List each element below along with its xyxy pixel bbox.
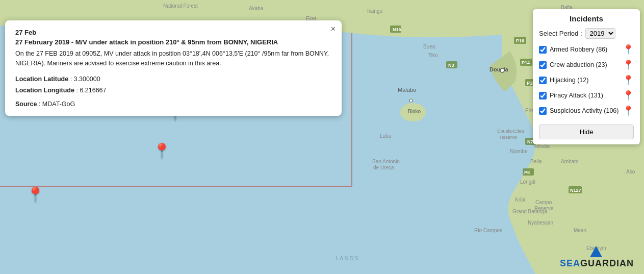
hijacking-checkbox[interactable]: [539, 77, 547, 84]
source-label: Source: [15, 101, 37, 108]
armed-robbery-label: Armed Robbery (86): [550, 46, 620, 53]
svg-text:Ambam: Ambam: [561, 159, 578, 164]
svg-text:Ikangu: Ikangu: [367, 8, 382, 14]
location-longitude-row: Location Longitude : 6.216667: [15, 85, 331, 96]
svg-text:Tiko: Tiko: [428, 53, 438, 58]
svg-point-56: [409, 99, 413, 102]
svg-text:Maan: Maan: [574, 228, 586, 233]
logo-sea-text: SEA: [560, 258, 580, 269]
svg-text:San Antonio: San Antonio: [372, 159, 400, 164]
svg-text:Ako: Ako: [626, 169, 635, 175]
incident-row-armed-robbery: Armed Robbery (86) 📍: [539, 44, 634, 55]
svg-text:N16: N16: [393, 27, 401, 32]
armed-robbery-checkbox[interactable]: [539, 46, 547, 54]
hijacking-label: Hijacking (12): [550, 77, 620, 84]
svg-text:Njombe: Njombe: [510, 148, 528, 154]
svg-text:Malabo: Malabo: [398, 87, 416, 93]
svg-text:Bella: Bella: [530, 159, 542, 164]
svg-text:de Ureca: de Ureca: [373, 165, 394, 170]
location-longitude-label: Location Longitude: [15, 87, 74, 94]
svg-text:Reserve: Reserve: [534, 206, 554, 211]
logo-guardian-text: GUARDIAN: [580, 258, 634, 269]
svg-text:N127: N127: [570, 188, 581, 193]
incident-row-crew-abduction: Crew abduction (23) 📍: [539, 59, 634, 70]
map-container: National Forest Ikangu Eket Akaba Bafia …: [0, 0, 644, 274]
period-select[interactable]: 2019 2018 2017 2016: [585, 28, 615, 39]
svg-text:Buea: Buea: [423, 44, 435, 49]
crew-abduction-icon: 📍: [623, 59, 634, 70]
incidents-panel: Incidents Select Period : 2019 2018 2017…: [533, 9, 640, 144]
suspicious-activity-label: Suspicious Activity (106): [550, 107, 620, 114]
svg-text:National Forest: National Forest: [163, 3, 198, 9]
close-button[interactable]: ×: [331, 24, 336, 34]
svg-text:LANDS: LANDS: [336, 255, 359, 261]
svg-text:Kribi: Kribi: [515, 197, 525, 203]
logo-wrapper: SEA GUARDIAN: [560, 246, 634, 269]
popup-body: On the 27 FEB 2019 at 0905Z, MV under at…: [15, 49, 331, 68]
period-label: Select Period :: [539, 30, 582, 37]
popup-meta: Location Latitude : 3.300000 Location Lo…: [15, 73, 331, 96]
svg-text:N7: N7: [527, 139, 533, 144]
svg-text:Rio Campos: Rio Campos: [474, 228, 502, 233]
svg-text:Nyabessan: Nyabessan: [528, 220, 553, 226]
svg-text:Longdi: Longdi: [520, 179, 535, 185]
crew-abduction-label: Crew abduction (23): [550, 61, 620, 68]
suspicious-activity-icon: 📍: [623, 105, 634, 116]
popup-source: Source : MDAT-GoG: [15, 101, 331, 108]
svg-text:Fifindac: Fifindac: [534, 144, 551, 149]
hijacking-icon: 📍: [623, 74, 634, 86]
piracy-attack-label: Piracy Attack (131): [550, 92, 620, 99]
logo-triangle-icon: [590, 246, 602, 257]
piracy-attack-checkbox[interactable]: [539, 92, 547, 99]
svg-text:Douala: Douala: [490, 66, 509, 72]
svg-text:P16: P16: [516, 38, 524, 43]
piracy-attack-icon: 📍: [623, 90, 634, 101]
incident-popup: × 27 Feb 27 February 2019 - M/V under at…: [5, 20, 342, 116]
armed-robbery-icon: 📍: [623, 44, 634, 55]
popup-title: 27 February 2019 - M/V under attack in p…: [15, 38, 331, 46]
svg-text:Douala-Edea: Douala-Edea: [497, 129, 524, 134]
svg-text:P8: P8: [524, 170, 530, 175]
svg-text:Akaba: Akaba: [249, 6, 264, 11]
popup-date: 27 Feb: [15, 29, 331, 36]
incidents-title: Incidents: [539, 14, 634, 23]
svg-text:Luba: Luba: [380, 133, 392, 139]
incident-row-suspicious-activity: Suspicious Activity (106) 📍: [539, 105, 634, 116]
svg-text:Campo: Campo: [535, 200, 552, 205]
location-latitude-row: Location Latitude : 3.300000: [15, 73, 331, 85]
svg-point-55: [500, 68, 504, 72]
svg-text:N3: N3: [448, 63, 454, 68]
location-longitude-value: 6.216667: [80, 87, 106, 94]
suspicious-activity-checkbox[interactable]: [539, 107, 547, 115]
map-marker-2[interactable]: 📍: [153, 144, 171, 158]
crew-abduction-checkbox[interactable]: [539, 61, 547, 69]
svg-point-3: [327, 1, 336, 5]
incident-row-hijacking: Hijacking (12) 📍: [539, 74, 634, 86]
location-latitude-label: Location Latitude: [15, 76, 68, 83]
svg-text:Reserve: Reserve: [500, 135, 517, 140]
period-row: Select Period : 2019 2018 2017 2016: [539, 28, 634, 39]
svg-text:P14: P14: [522, 60, 530, 65]
svg-text:Bioko: Bioko: [408, 109, 421, 114]
incident-row-piracy-attack: Piracy Attack (131) 📍: [539, 90, 634, 101]
seaguardian-logo: SEA GUARDIAN: [560, 246, 634, 269]
map-marker-3[interactable]: 📍: [27, 188, 44, 202]
hide-button[interactable]: Hide: [539, 124, 634, 139]
location-latitude-value: 3.300000: [74, 76, 100, 83]
source-value: MDAT-GoG: [42, 101, 75, 108]
